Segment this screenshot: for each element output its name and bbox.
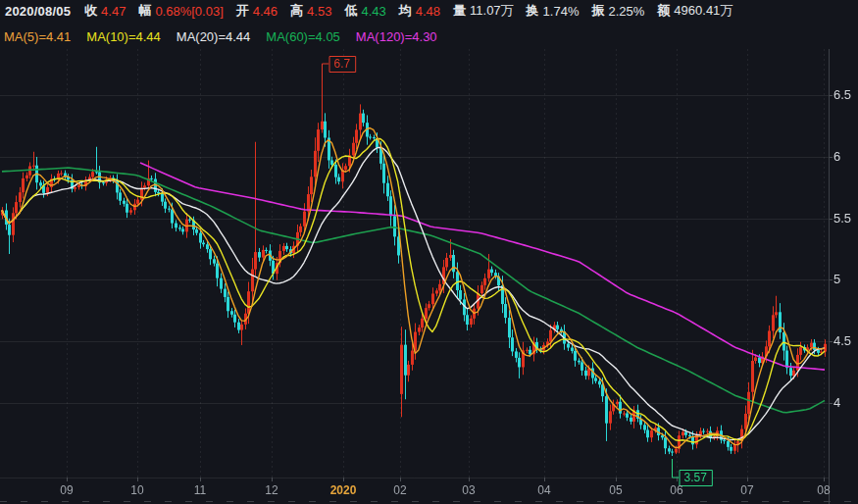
x-axis-label: 08	[817, 483, 830, 497]
stat-close: 收4.47	[84, 2, 126, 20]
x-axis-label: 04	[537, 483, 550, 497]
x-axis-label: 12	[265, 483, 278, 497]
stat-change: 幅0.68%[0.03]	[138, 2, 223, 20]
x-axis-label: 11	[194, 483, 206, 497]
kline-chart-canvas[interactable]	[0, 49, 858, 504]
x-axis-label: 09	[60, 483, 73, 497]
quote-info-bar: 2020/08/05 收4.47 幅0.68%[0.03] 开4.46 高4.5…	[0, 0, 858, 22]
x-axis-label: 05	[609, 483, 622, 497]
stat-open: 开4.46	[236, 2, 278, 20]
y-axis-label: 4	[833, 395, 840, 410]
y-axis-label: 5.5	[833, 211, 851, 226]
x-axis-label: 03	[462, 483, 475, 497]
ma5-legend: MA(5)=4.41	[4, 29, 71, 44]
stat-turnover: 换1.74%	[527, 2, 580, 20]
x-axis-label: 2020	[330, 483, 357, 497]
ma60-legend: MA(60)=4.05	[266, 29, 340, 44]
price-axis-line	[829, 49, 830, 504]
stat-avg: 均4.48	[399, 2, 440, 20]
x-axis-label: 02	[393, 483, 406, 497]
x-axis-label: 06	[670, 483, 682, 497]
ma20-legend: MA(20)=4.44	[177, 29, 251, 44]
y-axis-label: 4.5	[833, 333, 851, 348]
stock-chart-app: 2020/08/05 收4.47 幅0.68%[0.03] 开4.46 高4.5…	[0, 0, 858, 504]
ma10-legend: MA(10)=4.44	[86, 29, 161, 44]
y-axis-label: 6.5	[833, 87, 851, 102]
x-axis-label: 10	[130, 483, 143, 497]
ma-legend: MA(5)=4.41 MA(10)=4.44 MA(20)=4.44 MA(60…	[0, 25, 858, 47]
stat-amplitude: 振2.25%	[591, 2, 644, 20]
x-axis-label: 07	[740, 483, 753, 497]
stat-high: 高4.53	[290, 2, 331, 20]
stat-volume: 量11.07万	[453, 2, 514, 20]
stat-low: 低4.43	[344, 2, 385, 20]
ma120-legend: MA(120)=4.30	[356, 29, 437, 44]
quote-date: 2020/08/05	[5, 4, 71, 19]
stat-amount: 额4960.41万	[657, 2, 732, 20]
y-axis-label: 6	[833, 149, 840, 164]
y-axis-label: 5	[833, 272, 840, 286]
